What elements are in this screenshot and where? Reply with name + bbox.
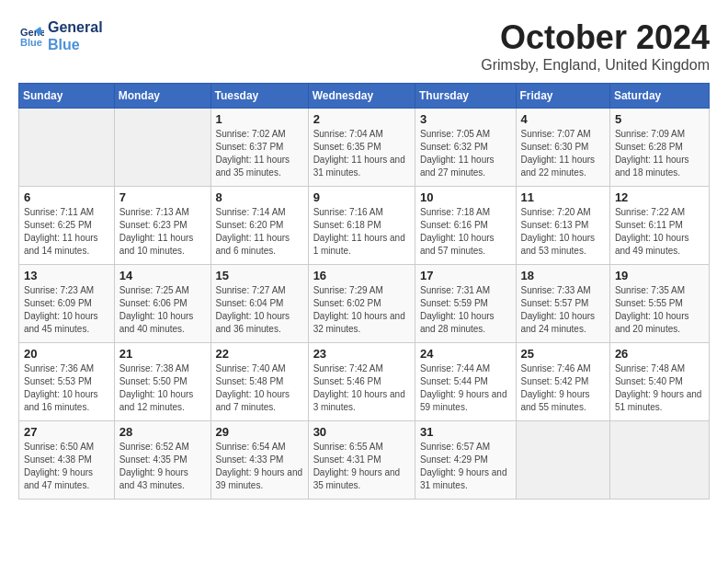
day-detail: Sunrise: 7:02 AMSunset: 6:37 PMDaylight:… — [216, 128, 303, 179]
day-number: 21 — [119, 347, 206, 361]
calendar-cell: 5Sunrise: 7:09 AMSunset: 6:28 PMDaylight… — [609, 109, 709, 187]
calendar-cell — [516, 421, 609, 500]
day-detail: Sunrise: 7:42 AMSunset: 5:46 PMDaylight:… — [313, 362, 410, 414]
day-number: 3 — [420, 112, 511, 126]
day-number: 16 — [313, 269, 410, 282]
logo-text: General Blue — [48, 18, 103, 53]
weekday-header-thursday: Thursday — [415, 84, 516, 109]
calendar-cell: 15Sunrise: 7:27 AMSunset: 6:04 PMDayligh… — [210, 265, 308, 343]
calendar-cell: 18Sunrise: 7:33 AMSunset: 5:57 PMDayligh… — [516, 265, 609, 343]
day-number: 27 — [24, 425, 109, 439]
day-detail: Sunrise: 7:27 AMSunset: 6:04 PMDaylight:… — [216, 284, 303, 336]
calendar-cell — [19, 109, 115, 187]
calendar-cell: 12Sunrise: 7:22 AMSunset: 6:11 PMDayligh… — [609, 187, 709, 265]
calendar-cell: 24Sunrise: 7:44 AMSunset: 5:44 PMDayligh… — [415, 343, 516, 421]
month-title: October 2024 — [481, 18, 710, 57]
calendar-cell: 22Sunrise: 7:40 AMSunset: 5:48 PMDayligh… — [210, 343, 308, 421]
day-detail: Sunrise: 7:44 AMSunset: 5:44 PMDaylight:… — [420, 362, 511, 414]
day-number: 4 — [521, 112, 605, 126]
day-detail: Sunrise: 7:04 AMSunset: 6:35 PMDaylight:… — [313, 128, 410, 179]
day-number: 8 — [216, 190, 303, 204]
day-detail: Sunrise: 7:20 AMSunset: 6:13 PMDaylight:… — [521, 206, 605, 258]
day-detail: Sunrise: 6:55 AMSunset: 4:31 PMDaylight:… — [313, 441, 410, 492]
calendar-cell: 21Sunrise: 7:38 AMSunset: 5:50 PMDayligh… — [114, 343, 210, 421]
day-number: 13 — [24, 269, 109, 282]
calendar-cell — [114, 109, 210, 187]
calendar-week-4: 20Sunrise: 7:36 AMSunset: 5:53 PMDayligh… — [19, 343, 710, 421]
day-detail: Sunrise: 7:16 AMSunset: 6:18 PMDaylight:… — [313, 206, 410, 258]
day-detail: Sunrise: 7:38 AMSunset: 5:50 PMDaylight:… — [119, 362, 206, 414]
day-number: 10 — [420, 190, 511, 204]
subtitle: Grimsby, England, United Kingdom — [481, 57, 710, 74]
day-number: 15 — [216, 269, 303, 282]
day-number: 19 — [615, 269, 704, 282]
day-number: 24 — [420, 347, 511, 361]
day-number: 28 — [119, 425, 206, 439]
day-detail: Sunrise: 6:57 AMSunset: 4:29 PMDaylight:… — [420, 441, 511, 492]
day-number: 6 — [24, 190, 109, 204]
day-detail: Sunrise: 7:09 AMSunset: 6:28 PMDaylight:… — [615, 128, 704, 179]
calendar-week-5: 27Sunrise: 6:50 AMSunset: 4:38 PMDayligh… — [19, 421, 710, 500]
calendar-cell: 13Sunrise: 7:23 AMSunset: 6:09 PMDayligh… — [19, 265, 115, 343]
calendar-cell: 29Sunrise: 6:54 AMSunset: 4:33 PMDayligh… — [210, 421, 308, 500]
svg-text:Blue: Blue — [20, 37, 42, 48]
weekday-header-sunday: Sunday — [19, 84, 115, 109]
day-number: 7 — [119, 190, 206, 204]
day-number: 11 — [521, 190, 605, 204]
calendar-cell: 9Sunrise: 7:16 AMSunset: 6:18 PMDaylight… — [308, 187, 415, 265]
logo: General Blue General Blue — [18, 18, 103, 53]
weekday-header-tuesday: Tuesday — [210, 84, 308, 109]
day-detail: Sunrise: 7:07 AMSunset: 6:30 PMDaylight:… — [521, 128, 605, 179]
day-detail: Sunrise: 7:31 AMSunset: 5:59 PMDaylight:… — [420, 284, 511, 336]
calendar-cell: 14Sunrise: 7:25 AMSunset: 6:06 PMDayligh… — [114, 265, 210, 343]
day-detail: Sunrise: 7:25 AMSunset: 6:06 PMDaylight:… — [119, 284, 206, 336]
day-number: 30 — [313, 425, 410, 439]
calendar-week-2: 6Sunrise: 7:11 AMSunset: 6:25 PMDaylight… — [19, 187, 710, 265]
day-number: 31 — [420, 425, 511, 439]
day-detail: Sunrise: 6:50 AMSunset: 4:38 PMDaylight:… — [24, 441, 109, 492]
weekday-header-saturday: Saturday — [609, 84, 709, 109]
day-number: 14 — [119, 269, 206, 282]
calendar-cell: 4Sunrise: 7:07 AMSunset: 6:30 PMDaylight… — [516, 109, 609, 187]
calendar-cell: 6Sunrise: 7:11 AMSunset: 6:25 PMDaylight… — [19, 187, 115, 265]
day-detail: Sunrise: 7:05 AMSunset: 6:32 PMDaylight:… — [420, 128, 511, 179]
calendar-cell: 23Sunrise: 7:42 AMSunset: 5:46 PMDayligh… — [308, 343, 415, 421]
calendar-cell: 7Sunrise: 7:13 AMSunset: 6:23 PMDaylight… — [114, 187, 210, 265]
calendar-cell: 8Sunrise: 7:14 AMSunset: 6:20 PMDaylight… — [210, 187, 308, 265]
weekday-header-wednesday: Wednesday — [308, 84, 415, 109]
day-detail: Sunrise: 7:18 AMSunset: 6:16 PMDaylight:… — [420, 206, 511, 258]
weekday-header-friday: Friday — [516, 84, 609, 109]
day-detail: Sunrise: 7:40 AMSunset: 5:48 PMDaylight:… — [216, 362, 303, 414]
day-number: 9 — [313, 190, 410, 204]
calendar-cell: 31Sunrise: 6:57 AMSunset: 4:29 PMDayligh… — [415, 421, 516, 500]
calendar-cell: 25Sunrise: 7:46 AMSunset: 5:42 PMDayligh… — [516, 343, 609, 421]
calendar-cell: 17Sunrise: 7:31 AMSunset: 5:59 PMDayligh… — [415, 265, 516, 343]
weekday-header-monday: Monday — [114, 84, 210, 109]
day-number: 22 — [216, 347, 303, 361]
day-detail: Sunrise: 7:23 AMSunset: 6:09 PMDaylight:… — [24, 284, 109, 336]
calendar-week-1: 1Sunrise: 7:02 AMSunset: 6:37 PMDaylight… — [19, 109, 710, 187]
header: General Blue General Blue October 2024 G… — [18, 18, 710, 74]
day-detail: Sunrise: 7:33 AMSunset: 5:57 PMDaylight:… — [521, 284, 605, 336]
day-detail: Sunrise: 7:11 AMSunset: 6:25 PMDaylight:… — [24, 206, 109, 258]
day-number: 2 — [313, 112, 410, 126]
calendar-cell: 28Sunrise: 6:52 AMSunset: 4:35 PMDayligh… — [114, 421, 210, 500]
calendar-cell: 20Sunrise: 7:36 AMSunset: 5:53 PMDayligh… — [19, 343, 115, 421]
day-detail: Sunrise: 7:13 AMSunset: 6:23 PMDaylight:… — [119, 206, 206, 258]
day-detail: Sunrise: 7:46 AMSunset: 5:42 PMDaylight:… — [521, 362, 605, 414]
calendar-cell: 30Sunrise: 6:55 AMSunset: 4:31 PMDayligh… — [308, 421, 415, 500]
calendar-cell: 27Sunrise: 6:50 AMSunset: 4:38 PMDayligh… — [19, 421, 115, 500]
weekday-header-row: SundayMondayTuesdayWednesdayThursdayFrid… — [19, 84, 710, 109]
day-number: 1 — [216, 112, 303, 126]
calendar-table: SundayMondayTuesdayWednesdayThursdayFrid… — [18, 83, 710, 500]
calendar-cell: 16Sunrise: 7:29 AMSunset: 6:02 PMDayligh… — [308, 265, 415, 343]
day-detail: Sunrise: 7:36 AMSunset: 5:53 PMDaylight:… — [24, 362, 109, 414]
day-number: 17 — [420, 269, 511, 282]
calendar-cell: 26Sunrise: 7:48 AMSunset: 5:40 PMDayligh… — [609, 343, 709, 421]
day-number: 12 — [615, 190, 704, 204]
logo-icon: General Blue — [18, 23, 44, 49]
calendar-week-3: 13Sunrise: 7:23 AMSunset: 6:09 PMDayligh… — [19, 265, 710, 343]
day-detail: Sunrise: 7:29 AMSunset: 6:02 PMDaylight:… — [313, 284, 410, 336]
calendar-cell — [609, 421, 709, 500]
day-number: 18 — [521, 269, 605, 282]
